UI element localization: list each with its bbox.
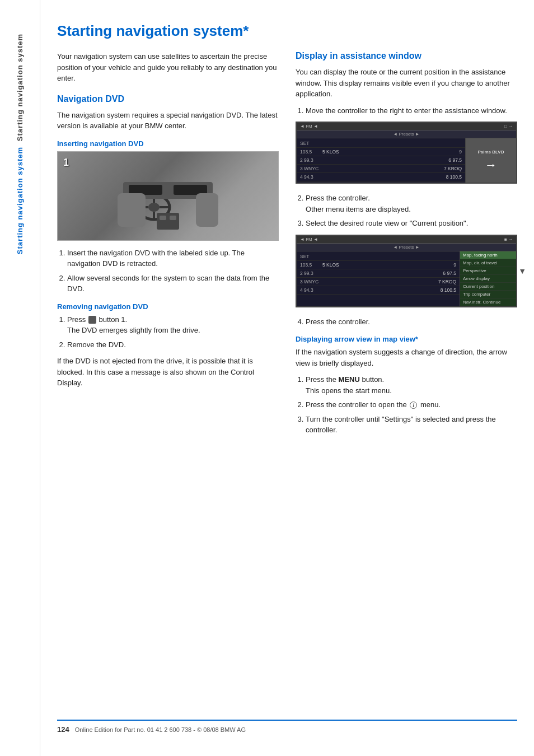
svg-rect-9 bbox=[157, 213, 179, 230]
info-icon: i bbox=[410, 402, 417, 409]
page-footer: 124 Online Edition for Part no. 01 41 2 … bbox=[57, 720, 517, 734]
screen1-arrow-icon: → bbox=[485, 158, 497, 172]
screen2-right-panel: Map, facing north Map, dir. of travel Pe… bbox=[460, 251, 516, 306]
screen2-menu-item-2: Perspective bbox=[460, 267, 516, 275]
car-svg bbox=[112, 160, 224, 232]
screen2-menu-item-0: Map, facing north bbox=[460, 251, 516, 259]
arrow-step-1-post: button. bbox=[362, 375, 384, 384]
screen1-top-right: □ → bbox=[504, 124, 513, 129]
display-step-4-list: Press the controller. bbox=[296, 316, 517, 328]
arrow-step-1-pre: Press the bbox=[306, 375, 336, 384]
inserting-step-1: Insert the navigation DVD with the label… bbox=[67, 248, 279, 269]
screen1-top-strip: ◄ FM ◄ □ → bbox=[297, 123, 516, 130]
left-column: Your navigation system can use satellite… bbox=[57, 51, 279, 708]
screen1-row-header: SET bbox=[297, 139, 465, 148]
screen2-row-2: 2 99.3 6 97.5 bbox=[297, 269, 460, 278]
screen2-row-4: 4 94.3 8 100.5 bbox=[297, 286, 460, 295]
screen2-menu-item-3: Arrow display bbox=[460, 275, 516, 283]
sidebar-label-blue: Starting navigation system bbox=[16, 147, 24, 254]
svg-point-1 bbox=[148, 203, 160, 212]
arrow-step-1-cont: This opens the start menu. bbox=[306, 386, 392, 395]
screen2-top-left: ◄ FM ◄ bbox=[300, 237, 318, 242]
main-content: Starting navigation system* Your navigat… bbox=[40, 0, 534, 756]
arrow-view-text: If the navigation system suggests a chan… bbox=[296, 347, 517, 368]
inserting-step-2: Allow several seconds for the system to … bbox=[67, 273, 279, 295]
page-container: Starting navigation system Starting navi… bbox=[0, 0, 534, 756]
screen-mockup-2: ◄ FM ◄ ■ → ◄ Presets ► SET 103.5 bbox=[296, 235, 517, 307]
screen-mockup-2-wrapper: ◄ FM ◄ ■ → ◄ Presets ► SET 103.5 bbox=[296, 235, 517, 307]
two-column-layout: Your navigation system can use satellite… bbox=[57, 51, 517, 708]
screen1-content: SET 103.5 5 KLOS 9 2 99.3 6 97.5 bbox=[297, 138, 516, 183]
screen1-sub-bar: ◄ Presets ► bbox=[297, 130, 516, 138]
screen2-row-1: 103.5 5 KLOS 9 bbox=[297, 261, 460, 269]
screen2-top-right: ■ → bbox=[504, 237, 513, 242]
removing-step-1-cont: The DVD emerges slightly from the drive. bbox=[67, 326, 200, 334]
menu-button-label: MENU bbox=[339, 375, 360, 384]
arrow-step-2: Press the controller to open the i menu. bbox=[306, 399, 517, 410]
right-column: Display in assistance window You can dis… bbox=[296, 51, 517, 708]
arrow-view-steps: Press the MENU button. This opens the st… bbox=[296, 374, 517, 436]
screen2-scroll-arrow: ▼ bbox=[518, 267, 526, 276]
arrow-view-heading: Displaying arrow view in map view* bbox=[296, 335, 517, 343]
sidebar-label-black: Starting navigation system bbox=[16, 34, 24, 141]
arrow-step-2-post: menu. bbox=[420, 400, 441, 409]
display-step-3: Select the desired route view or "Curren… bbox=[306, 218, 517, 229]
screen1-row-1: 103.5 5 KLOS 9 bbox=[297, 148, 465, 156]
screen2-menu-item-4: Current position bbox=[460, 283, 516, 291]
screen2-sub-bar: ◄ Presets ► bbox=[297, 244, 516, 251]
screen1-row-3: 3 WNYC 7 KROQ bbox=[297, 165, 465, 173]
intro-text: Your navigation system can use satellite… bbox=[57, 51, 279, 84]
screen2-menu-item-1: Map, dir. of travel bbox=[460, 259, 516, 267]
screen1-right-label: Palms BLVD bbox=[477, 148, 505, 156]
inserting-steps-list: Insert the navigation DVD with the label… bbox=[57, 248, 279, 295]
screen2-menu-item-6: Nav.Instr. Continue bbox=[460, 298, 516, 306]
page-title: Starting navigation system* bbox=[57, 22, 517, 40]
removing-step-1-post: button 1. bbox=[99, 315, 127, 324]
removing-step-2: Remove the DVD. bbox=[67, 339, 279, 351]
car-illustration: 1 bbox=[58, 151, 278, 241]
page-number: 124 bbox=[57, 725, 69, 734]
removing-heading: Removing navigation DVD bbox=[57, 302, 279, 311]
removing-note: If the DVD is not ejected from the drive… bbox=[57, 356, 279, 389]
nav-dvd-heading: Navigation DVD bbox=[57, 94, 279, 104]
removing-step-1-pre: Press bbox=[67, 315, 86, 324]
display-heading: Display in assistance window bbox=[296, 51, 517, 61]
display-step-4: Press the controller. bbox=[306, 316, 517, 328]
inserting-heading: Inserting navigation DVD bbox=[57, 139, 279, 148]
screen2-top-strip: ◄ FM ◄ ■ → bbox=[297, 236, 516, 244]
screen2-row-header: SET bbox=[297, 253, 460, 261]
removing-steps-list: Press button 1. The DVD emerges slightly… bbox=[57, 314, 279, 351]
screen1-right-content: Palms BLVD → bbox=[477, 148, 505, 172]
display-steps-2-3: Press the controller. Other menu items a… bbox=[296, 193, 517, 229]
svg-rect-12 bbox=[118, 193, 146, 227]
screen1-right-panel: Palms BLVD → bbox=[466, 138, 516, 183]
display-steps-list: Move the controller to the right to ente… bbox=[296, 105, 517, 116]
screen1-left-list: SET 103.5 5 KLOS 9 2 99.3 6 97.5 bbox=[297, 138, 466, 183]
screen-mockup-1-wrapper: ◄ FM ◄ □ → ◄ Presets ► SET 103.5 bbox=[296, 122, 517, 184]
arrow-step-3: Turn the controller until "Settings" is … bbox=[306, 414, 517, 436]
svg-rect-11 bbox=[170, 216, 176, 220]
screen2-menu-item-5: Trip computer bbox=[460, 291, 516, 298]
display-step-1: Move the controller to the right to ente… bbox=[306, 105, 517, 116]
svg-rect-13 bbox=[196, 193, 218, 227]
arrow-step-2-pre: Press the controller to open the bbox=[306, 400, 407, 409]
car-label-1: 1 bbox=[63, 157, 69, 169]
button-icon bbox=[88, 316, 96, 324]
screen1-row-2: 2 99.3 6 97.5 bbox=[297, 156, 465, 165]
screen-mockup-1: ◄ FM ◄ □ → ◄ Presets ► SET 103.5 bbox=[296, 122, 517, 184]
nav-dvd-text: The navigation system requires a special… bbox=[57, 110, 279, 132]
screen1-row-4: 4 94.3 8 100.5 bbox=[297, 173, 465, 181]
car-interior-image: 1 bbox=[57, 151, 279, 241]
sidebar: Starting navigation system Starting navi… bbox=[0, 0, 40, 756]
arrow-step-1: Press the MENU button. This opens the st… bbox=[306, 374, 517, 396]
display-intro: You can display the route or the current… bbox=[296, 67, 517, 100]
svg-rect-10 bbox=[160, 216, 166, 220]
screen1-top-left: ◄ FM ◄ bbox=[300, 124, 318, 129]
removing-step-1: Press button 1. The DVD emerges slightly… bbox=[67, 314, 279, 336]
screen2-left-list: SET 103.5 5 KLOS 9 2 99.3 6 97.5 bbox=[297, 251, 460, 306]
footer-text: Online Edition for Part no. 01 41 2 600 … bbox=[75, 726, 246, 733]
screen2-row-3: 3 WNYC 7 KROQ bbox=[297, 278, 460, 286]
display-step-2: Press the controller. Other menu items a… bbox=[306, 193, 517, 214]
screen2-content: SET 103.5 5 KLOS 9 2 99.3 6 97.5 bbox=[297, 251, 516, 306]
